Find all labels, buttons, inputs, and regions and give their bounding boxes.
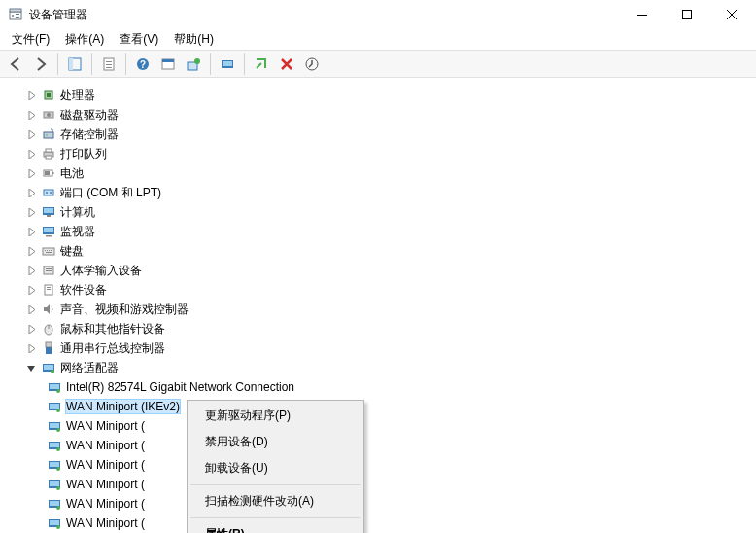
svg-rect-51 xyxy=(46,270,52,271)
enable-button[interactable] xyxy=(250,53,273,76)
menubar: 文件(F) 操作(A) 查看(V) 帮助(H) xyxy=(0,29,756,50)
collapse-icon[interactable] xyxy=(23,360,39,375)
expand-icon[interactable] xyxy=(23,165,39,181)
context-menu-item[interactable]: 禁用设备(D) xyxy=(189,429,361,455)
tree-label: WAN Miniport ( xyxy=(66,478,145,491)
svg-rect-43 xyxy=(43,248,54,255)
expand-icon[interactable] xyxy=(23,321,39,337)
tree-category[interactable]: 端口 (COM 和 LPT) xyxy=(4,183,752,202)
help-button[interactable]: ? xyxy=(131,53,155,76)
expand-icon[interactable] xyxy=(23,224,39,239)
tree-category[interactable]: 计算机 xyxy=(4,202,752,222)
tree-label: 处理器 xyxy=(60,88,95,104)
network-adapter-icon xyxy=(47,496,62,512)
tree-category[interactable]: 软件设备 xyxy=(4,280,752,300)
expand-icon[interactable] xyxy=(23,107,39,123)
svg-rect-29 xyxy=(46,149,52,152)
context-menu-item[interactable]: 属性(R) xyxy=(189,521,361,533)
svg-rect-4 xyxy=(16,17,19,18)
tree-category[interactable]: 磁盘驱动器 xyxy=(4,105,752,124)
tree-category[interactable]: 处理器 xyxy=(4,86,752,105)
expand-icon[interactable] xyxy=(23,146,39,161)
toolbar-separator xyxy=(244,53,245,75)
close-button[interactable] xyxy=(709,0,754,29)
menu-help[interactable]: 帮助(H) xyxy=(166,29,222,50)
svg-rect-60 xyxy=(44,365,53,370)
expand-icon[interactable] xyxy=(23,340,39,356)
tree-device[interactable]: WAN Miniport ( xyxy=(4,514,752,533)
tree-category[interactable]: 人体学输入设备 xyxy=(4,261,752,280)
update-driver-button[interactable] xyxy=(216,53,239,76)
network-adapter-icon xyxy=(47,477,62,492)
menu-action[interactable]: 操作(A) xyxy=(57,29,112,50)
tree-category[interactable]: 打印队列 xyxy=(4,144,752,163)
svg-rect-75 xyxy=(50,462,59,467)
expand-icon[interactable] xyxy=(23,88,39,103)
svg-rect-32 xyxy=(52,172,54,174)
tree-category[interactable]: 电池 xyxy=(4,163,752,183)
tree-device[interactable]: WAN Miniport ( xyxy=(4,416,752,436)
tree-label: 磁盘驱动器 xyxy=(60,107,119,124)
window-title: 设备管理器 xyxy=(29,7,620,23)
maximize-button[interactable] xyxy=(665,0,709,29)
svg-rect-54 xyxy=(47,289,51,290)
context-menu-item[interactable]: 更新驱动程序(P) xyxy=(189,403,361,429)
tree-category[interactable]: 存储控制器 xyxy=(4,124,752,144)
properties-button[interactable] xyxy=(97,53,120,76)
svg-rect-57 xyxy=(46,342,52,347)
tree-device[interactable]: Intel(R) 82574L Gigabit Network Connecti… xyxy=(4,377,752,397)
context-menu-item[interactable]: 卸载设备(U) xyxy=(189,455,361,481)
tree-category[interactable]: 监视器 xyxy=(4,222,752,241)
disk-icon xyxy=(41,107,56,123)
cpu-icon xyxy=(41,88,56,103)
titlebar: 设备管理器 xyxy=(0,0,756,29)
menu-file[interactable]: 文件(F) xyxy=(4,29,57,50)
tree-category-network[interactable]: 网络适配器 xyxy=(4,358,752,377)
tree-category[interactable]: 鼠标和其他指针设备 xyxy=(4,319,752,338)
menu-view[interactable]: 查看(V) xyxy=(112,29,166,50)
tree-category[interactable]: 通用串行总线控制器 xyxy=(4,338,752,358)
expand-icon[interactable] xyxy=(23,204,39,220)
expand-icon[interactable] xyxy=(23,282,39,298)
action-button[interactable] xyxy=(156,53,180,76)
back-button[interactable] xyxy=(4,53,27,76)
svg-rect-39 xyxy=(47,215,51,217)
expand-icon[interactable] xyxy=(23,185,39,200)
uninstall-button[interactable] xyxy=(275,53,298,76)
device-tree[interactable]: 处理器磁盘驱动器存储控制器打印队列电池端口 (COM 和 LPT)计算机监视器键… xyxy=(0,78,756,533)
expand-icon[interactable] xyxy=(23,263,39,278)
expand-icon[interactable] xyxy=(23,126,39,142)
show-hide-tree-button[interactable] xyxy=(63,53,86,76)
context-menu-item[interactable]: 扫描检测硬件改动(A) xyxy=(189,488,361,515)
svg-rect-8 xyxy=(69,58,73,70)
svg-rect-20 xyxy=(223,61,232,66)
tree-device[interactable]: WAN Miniport (IKEv2) xyxy=(4,397,752,416)
svg-rect-81 xyxy=(50,501,59,506)
svg-text:?: ? xyxy=(140,59,146,70)
minimize-button[interactable] xyxy=(620,0,665,29)
storage-icon xyxy=(41,126,56,142)
tree-category[interactable]: 键盘 xyxy=(4,241,752,261)
expand-icon[interactable] xyxy=(23,243,39,259)
update-button[interactable] xyxy=(300,53,324,76)
expand-icon[interactable] xyxy=(23,302,39,317)
context-menu: 更新驱动程序(P)禁用设备(D)卸载设备(U)扫描检测硬件改动(A)属性(R) xyxy=(187,400,364,533)
computer-icon xyxy=(41,204,56,220)
svg-rect-45 xyxy=(47,250,48,251)
tree-label: 电池 xyxy=(60,165,84,182)
tree-device[interactable]: WAN Miniport ( xyxy=(4,436,752,455)
tree-device[interactable]: WAN Miniport ( xyxy=(4,494,752,514)
mouse-icon xyxy=(41,321,56,337)
tree-category[interactable]: 声音、视频和游戏控制器 xyxy=(4,300,752,319)
toolbar-separator xyxy=(125,53,126,75)
forward-button[interactable] xyxy=(29,53,52,76)
tree-device[interactable]: WAN Miniport ( xyxy=(4,475,752,494)
scan-hardware-button[interactable] xyxy=(182,53,205,76)
sound-icon xyxy=(41,302,56,317)
tree-device[interactable]: WAN Miniport ( xyxy=(4,455,752,475)
network-adapter-icon xyxy=(47,379,62,395)
svg-point-18 xyxy=(194,58,200,64)
svg-point-70 xyxy=(56,428,60,432)
network-adapter-icon xyxy=(47,418,62,434)
toolbar: ? xyxy=(0,50,756,78)
